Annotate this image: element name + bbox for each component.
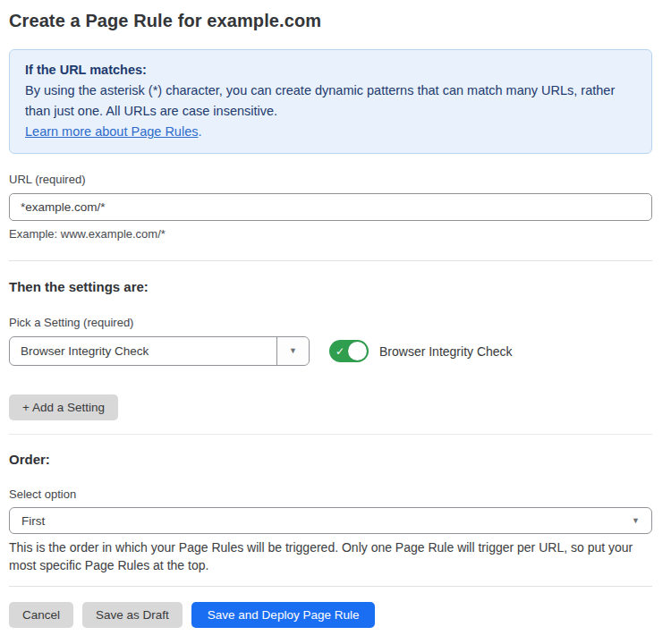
chevron-down-icon: ▼	[632, 517, 640, 525]
info-box-body: By using the asterisk (*) character, you…	[25, 80, 636, 122]
toggle-knob	[348, 342, 367, 360]
url-example-helper: Example: www.example.com/*	[9, 227, 652, 241]
info-box-link-row: Learn more about Page Rules.	[25, 122, 636, 142]
pick-setting-label: Pick a Setting (required)	[9, 316, 652, 329]
chevron-down-icon: ▼	[289, 347, 297, 355]
page-title: Create a Page Rule for example.com	[9, 11, 652, 31]
order-select-label: Select option	[9, 487, 652, 501]
order-section-heading: Order:	[9, 452, 652, 467]
save-as-draft-button[interactable]: Save as Draft	[82, 602, 183, 628]
add-setting-button[interactable]: + Add a Setting	[9, 394, 118, 420]
create-page-rule-form: Create a Page Rule for example.com If th…	[0, 0, 671, 628]
order-helper-text: This is the order in which your Page Rul…	[9, 538, 652, 574]
setting-row: Browser Integrity Check ▼ ✓ Browser Inte…	[9, 336, 652, 366]
order-select[interactable]: First ▼	[9, 507, 652, 534]
learn-more-link[interactable]: Learn more about Page Rules	[25, 124, 198, 139]
toggle-label: Browser Integrity Check	[379, 344, 513, 359]
browser-integrity-toggle[interactable]: ✓	[329, 340, 369, 362]
url-match-info-box: If the URL matches: By using the asteris…	[9, 49, 652, 154]
url-input[interactable]	[9, 193, 652, 221]
divider	[9, 260, 652, 261]
link-suffix: .	[198, 124, 201, 139]
divider	[9, 434, 652, 435]
form-actions: Cancel Save as Draft Save and Deploy Pag…	[9, 602, 652, 628]
save-and-deploy-button[interactable]: Save and Deploy Page Rule	[191, 602, 376, 628]
check-icon: ✓	[336, 344, 344, 357]
setting-select-value: Browser Integrity Check	[10, 337, 276, 365]
setting-select-arrow-button[interactable]: ▼	[276, 337, 309, 365]
divider	[9, 586, 652, 587]
cancel-button[interactable]: Cancel	[9, 602, 73, 628]
settings-section-heading: Then the settings are:	[9, 279, 652, 294]
url-field-label: URL (required)	[9, 173, 652, 186]
order-select-value: First	[21, 514, 632, 528]
info-box-heading: If the URL matches:	[25, 60, 636, 80]
setting-select[interactable]: Browser Integrity Check ▼	[9, 336, 310, 366]
